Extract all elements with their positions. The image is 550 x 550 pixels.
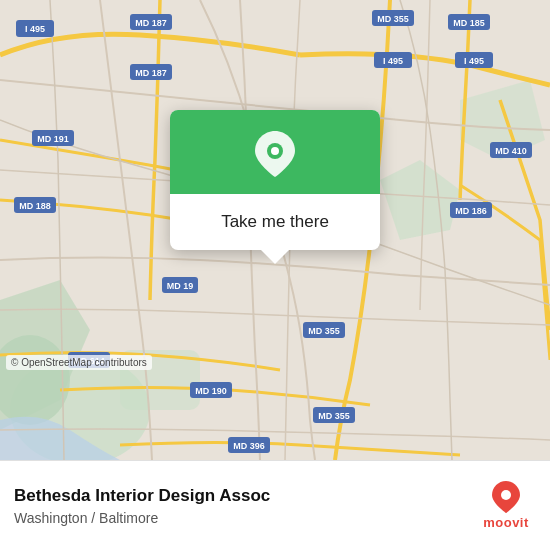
svg-text:MD 410: MD 410 <box>495 146 527 156</box>
map-container: I 495 MD 187 MD 355 MD 185 MD 187 I 495 … <box>0 0 550 460</box>
svg-text:MD 355: MD 355 <box>318 411 350 421</box>
popup-card: Take me there <box>170 110 380 250</box>
bottom-info-text: Bethesda Interior Design Assoc Washingto… <box>14 485 464 525</box>
svg-text:I 495: I 495 <box>25 24 45 34</box>
svg-text:MD 396: MD 396 <box>233 441 265 451</box>
svg-text:MD 355: MD 355 <box>308 326 340 336</box>
moovit-pin-icon <box>492 481 520 513</box>
svg-text:MD 190: MD 190 <box>195 386 227 396</box>
business-name: Bethesda Interior Design Assoc <box>14 485 464 507</box>
svg-text:MD 191: MD 191 <box>37 134 69 144</box>
moovit-label: moovit <box>483 515 529 530</box>
bottom-bar: Bethesda Interior Design Assoc Washingto… <box>0 460 550 550</box>
moovit-logo: moovit <box>476 481 536 530</box>
svg-point-42 <box>271 147 279 155</box>
business-location: Washington / Baltimore <box>14 510 464 526</box>
svg-text:I 495: I 495 <box>464 56 484 66</box>
svg-point-43 <box>501 490 511 500</box>
svg-text:MD 185: MD 185 <box>453 18 485 28</box>
svg-text:MD 187: MD 187 <box>135 18 167 28</box>
map-attribution: © OpenStreetMap contributors <box>6 355 152 370</box>
popup-button-row: Take me there <box>170 194 380 250</box>
svg-text:MD 186: MD 186 <box>455 206 487 216</box>
svg-text:MD 355: MD 355 <box>377 14 409 24</box>
svg-text:MD 19: MD 19 <box>167 281 194 291</box>
location-pin-icon <box>253 132 297 176</box>
take-me-there-button[interactable]: Take me there <box>211 208 339 236</box>
svg-text:MD 187: MD 187 <box>135 68 167 78</box>
popup-green-header <box>170 110 380 194</box>
svg-text:MD 188: MD 188 <box>19 201 51 211</box>
svg-text:I 495: I 495 <box>383 56 403 66</box>
